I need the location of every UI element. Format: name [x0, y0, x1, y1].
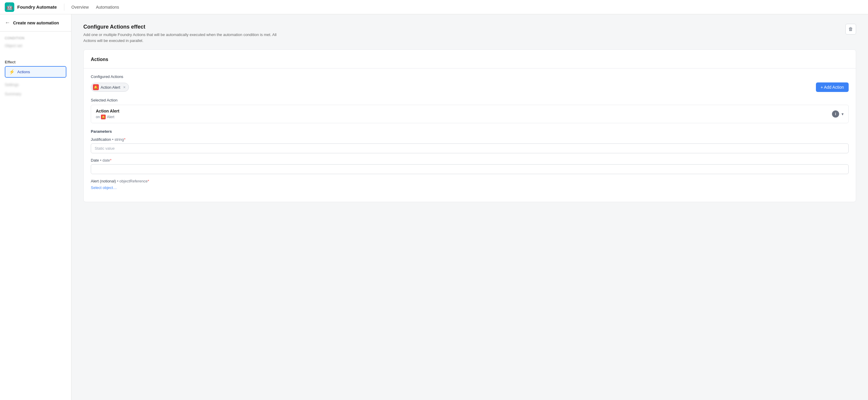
param-alert: Alert (notional) • objectReference* Sele…: [91, 179, 849, 190]
sidebar-header: ← Create new automation: [0, 14, 71, 32]
configured-actions-label: Configured Actions: [91, 74, 849, 79]
selected-action-label: Selected Action: [91, 98, 849, 102]
param-alert-label: Alert (notional) • objectReference*: [91, 179, 849, 183]
main-layout: ← Create new automation Condition Object…: [0, 14, 868, 400]
param-date-name: Date: [91, 158, 99, 162]
delete-icon: 🗑: [848, 27, 853, 32]
sidebar-condition-label: Condition: [5, 36, 66, 40]
section-divider: [84, 68, 856, 68]
param-date-sep: • date: [100, 158, 110, 162]
actions-icon: ⚡: [9, 69, 15, 75]
select-object-link[interactable]: Select object…: [91, 185, 117, 190]
param-justification-label: Justification • string*: [91, 137, 849, 142]
sidebar-effect-label: Effect: [5, 60, 66, 64]
back-button[interactable]: ←: [5, 20, 10, 26]
configured-actions-row: 🔔 Action Alert × + Add Action: [91, 83, 849, 92]
sidebar-summary[interactable]: Summary: [0, 89, 71, 98]
selected-action-info: Action Alert on 🔔 Alert: [96, 109, 119, 119]
app-logo-icon: 🤖: [5, 2, 14, 12]
parameters-label: Parameters: [91, 129, 849, 134]
param-justification-req: *: [124, 137, 126, 142]
param-date-req: *: [110, 158, 112, 162]
on-label: on: [96, 115, 100, 119]
selected-action-on: on 🔔 Alert: [96, 115, 119, 119]
action-alert-tag-remove[interactable]: ×: [122, 85, 126, 89]
app-title: Foundry Automate: [17, 4, 57, 9]
selected-action-on-name: Alert: [107, 115, 114, 119]
nav-automations[interactable]: Automations: [96, 5, 119, 9]
sidebar-actions-item[interactable]: ⚡ Actions: [5, 66, 66, 78]
param-date: Date • date*: [91, 158, 849, 174]
param-justification: Justification • string*: [91, 137, 849, 153]
app-logo: 🤖 Foundry Automate: [5, 2, 57, 12]
configure-text: Configure Actions effect Add one or mult…: [83, 24, 286, 43]
sidebar-effect-section: Effect ⚡ Actions: [0, 52, 71, 80]
param-alert-sep: • objectReference: [117, 179, 148, 183]
selected-action-box: Action Alert on 🔔 Alert i ▾: [91, 105, 849, 123]
action-alert-tag-label: Action Alert: [101, 85, 120, 90]
add-action-button[interactable]: + Add Action: [816, 83, 849, 92]
nav-divider: [64, 4, 64, 11]
selected-action-controls: i ▾: [832, 111, 844, 118]
param-date-label: Date • date*: [91, 158, 849, 162]
selected-action-on-icon: 🔔: [101, 115, 106, 119]
nav-overview[interactable]: Overview: [71, 5, 89, 9]
actions-card: Actions Configured Actions 🔔 Action Aler…: [83, 50, 856, 202]
param-justification-sep: • string: [112, 137, 124, 142]
main-content: Configure Actions effect Add one or mult…: [71, 14, 868, 400]
actions-card-title: Actions: [91, 57, 849, 62]
configure-title: Configure Actions effect: [83, 24, 286, 30]
sidebar-actions-label: Actions: [17, 70, 30, 74]
param-alert-name: Alert (notional): [91, 179, 116, 183]
sidebar-settings[interactable]: Settings: [0, 80, 71, 89]
sidebar: ← Create new automation Condition Object…: [0, 14, 71, 400]
action-alert-tag-icon: 🔔: [93, 84, 99, 90]
info-button[interactable]: i: [832, 111, 839, 118]
sidebar-condition-section: Condition Object set: [0, 32, 71, 52]
action-tags: 🔔 Action Alert ×: [91, 83, 129, 92]
param-justification-input[interactable]: [91, 144, 849, 153]
param-date-input[interactable]: [91, 164, 849, 174]
action-alert-tag[interactable]: 🔔 Action Alert ×: [91, 83, 129, 92]
delete-button[interactable]: 🗑: [845, 24, 856, 34]
sidebar-condition-value: Object set: [5, 42, 66, 49]
configure-desc: Add one or multiple Foundry Actions that…: [83, 32, 286, 43]
top-navigation: 🤖 Foundry Automate Overview Automations: [0, 0, 868, 14]
chevron-button[interactable]: ▾: [841, 112, 844, 116]
param-alert-req: *: [148, 179, 149, 183]
configure-header: Configure Actions effect Add one or mult…: [83, 24, 856, 43]
param-justification-name: Justification: [91, 137, 111, 142]
sidebar-header-title: Create new automation: [13, 21, 59, 25]
selected-action-name: Action Alert: [96, 109, 119, 113]
